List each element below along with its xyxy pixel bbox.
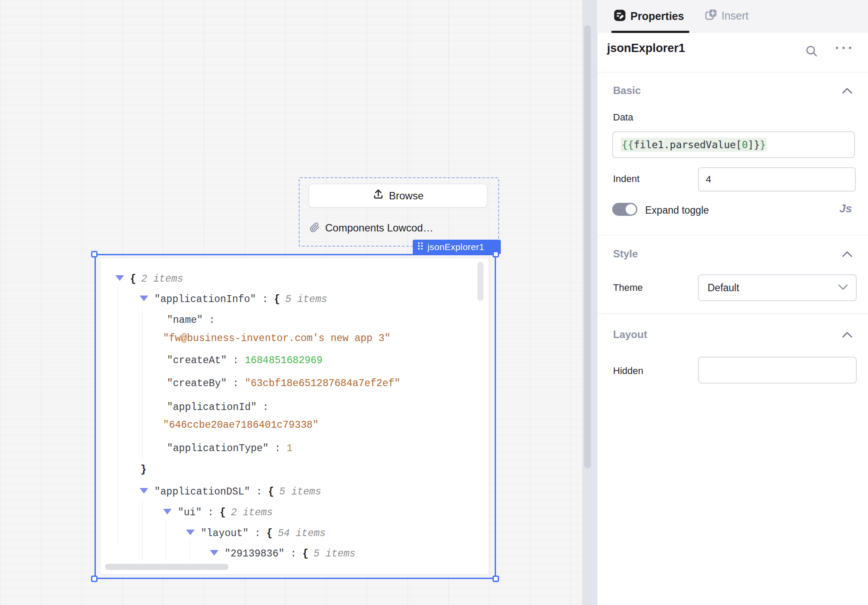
panel-tabbar: Properties Insert	[597, 0, 868, 33]
indent-field-label: Indent	[613, 173, 640, 185]
json-items: 5 items	[279, 486, 321, 498]
uploaded-file-row[interactable]: Components Lowcod…	[309, 220, 433, 236]
json-tree-line: "layout" : {54 items	[186, 527, 326, 540]
data-input[interactable]: {{file1.parsedValue[0]}}	[612, 131, 855, 158]
code-token: }	[760, 139, 766, 150]
browse-button[interactable]: Browse	[309, 184, 487, 208]
json-key: "name"	[167, 315, 203, 326]
resize-handle-bottom-left[interactable]	[91, 576, 98, 582]
indent-guide	[118, 285, 118, 544]
json-tree-line: {2 items	[115, 273, 183, 286]
divider	[597, 313, 868, 314]
tab-properties[interactable]: Properties	[613, 9, 684, 23]
component-name-tag[interactable]: jsonExplorer1	[413, 240, 501, 254]
json-tree-line: "createBy" : "63cbf18e651287684a7ef2ef"	[167, 377, 400, 390]
collapse-triangle-icon[interactable]	[163, 509, 172, 514]
indent-guide	[189, 540, 190, 562]
expand-toggle-switch[interactable]	[612, 203, 637, 216]
json-colon: :	[250, 486, 268, 498]
collapse-triangle-icon[interactable]	[140, 296, 148, 301]
json-tree-line: "createAt" : 1684851682969	[167, 354, 323, 367]
json-items: 5 items	[313, 548, 356, 559]
collapse-triangle-icon[interactable]	[115, 275, 124, 281]
json-bracket: {	[130, 273, 136, 285]
component-title: jsonExplorer1	[607, 42, 685, 55]
tab-insert-label: Insert	[721, 10, 749, 22]
json-bracket: {	[268, 486, 274, 498]
json-colon: :	[202, 507, 219, 518]
json-tree-line: }	[140, 463, 147, 476]
json-vertical-scrollbar[interactable]	[477, 262, 483, 301]
section-layout-header[interactable]: Layout	[613, 329, 647, 341]
json-tree-line: "ui" : {2 items	[163, 506, 273, 519]
browse-button-label: Browse	[389, 190, 424, 202]
json-tree-line: "29139836" : {5 items	[210, 547, 356, 560]
json-key: "applicationId"	[167, 402, 257, 413]
json-tree-line: "name" :	[167, 314, 215, 327]
json-items: 5 items	[285, 294, 327, 305]
json-key: "applicationType"	[167, 443, 269, 454]
app-editor: Browse Components Lowcod… jsonExplorer1	[0, 0, 868, 605]
json-bracket: {	[274, 294, 280, 305]
chevron-up-icon[interactable]	[842, 88, 852, 96]
json-colon: :	[203, 315, 215, 326]
json-items: 2 items	[231, 507, 273, 518]
json-key: "ui"	[178, 507, 202, 518]
json-string: "63cbf18e651287684a7ef2ef"	[245, 378, 400, 389]
more-menu-icon[interactable]: ···	[835, 40, 855, 56]
data-field-label: Data	[613, 112, 633, 123]
resize-handle-bottom-right[interactable]	[493, 576, 499, 582]
indent-input[interactable]: 4	[698, 167, 856, 192]
json-colon: :	[256, 294, 274, 305]
resize-handle-top-left[interactable]	[91, 251, 98, 257]
search-icon[interactable]	[805, 44, 819, 60]
json-colon: :	[284, 548, 302, 559]
json-tree-line: "applicationDSL" : {5 items	[140, 485, 321, 498]
toggle-knob	[626, 204, 636, 215]
json-colon: :	[227, 378, 245, 389]
theme-select[interactable]: Default	[698, 274, 857, 301]
component-name-tag-label: jsonExplorer1	[427, 242, 484, 252]
upload-icon	[372, 189, 384, 203]
drag-handle-icon[interactable]	[417, 241, 424, 252]
canvas-scrollbar-thumb[interactable]	[584, 25, 591, 468]
code-token: file1.parsedValue[	[634, 139, 742, 150]
collapse-triangle-icon[interactable]	[186, 530, 195, 535]
hidden-field-label: Hidden	[613, 365, 643, 377]
theme-field-label: Theme	[613, 282, 643, 293]
tab-properties-label: Properties	[630, 10, 684, 23]
divider	[597, 72, 868, 72]
collapse-triangle-icon[interactable]	[140, 488, 148, 494]
js-toggle-icon[interactable]: Js	[839, 202, 852, 215]
paperclip-icon	[309, 221, 320, 235]
section-basic-header[interactable]: Basic	[613, 85, 641, 97]
tab-insert[interactable]: Insert	[704, 9, 749, 23]
hidden-input[interactable]	[698, 357, 857, 384]
indent-guide	[166, 519, 166, 562]
json-tree-line: "646ccbe20ae7186401c79338"	[163, 419, 319, 432]
json-horizontal-scrollbar[interactable]	[105, 564, 228, 570]
resize-handle-top-right[interactable]	[493, 251, 499, 257]
json-explorer-component[interactable]: {2 items"applicationInfo" : {5 items"nam…	[100, 258, 489, 575]
properties-icon	[613, 9, 626, 23]
indent-input-value: 4	[706, 174, 711, 185]
json-tree-line: "applicationType" : 1	[167, 442, 293, 455]
json-tree-line: "applicationInfo" : {5 items	[140, 293, 327, 306]
indent-guide	[142, 498, 143, 562]
json-bracket: {	[267, 528, 273, 539]
chevron-down-icon	[838, 284, 848, 292]
chevron-up-icon[interactable]	[842, 332, 852, 340]
section-style-header[interactable]: Style	[613, 248, 638, 260]
json-key: "layout"	[201, 528, 248, 539]
json-bracket: {	[220, 507, 226, 518]
code-token: 0	[742, 139, 748, 150]
chevron-up-icon[interactable]	[842, 251, 852, 259]
canvas-scrollbar-track[interactable]	[582, 0, 597, 605]
json-bracket: {	[302, 548, 308, 559]
json-colon: :	[269, 443, 287, 454]
json-tree-line: "applicationId" :	[167, 401, 269, 414]
collapse-triangle-icon[interactable]	[210, 550, 219, 556]
indent-guide	[142, 306, 143, 461]
json-string: "646ccbe20ae7186401c79338"	[163, 420, 319, 431]
code-token: {{	[622, 139, 634, 150]
